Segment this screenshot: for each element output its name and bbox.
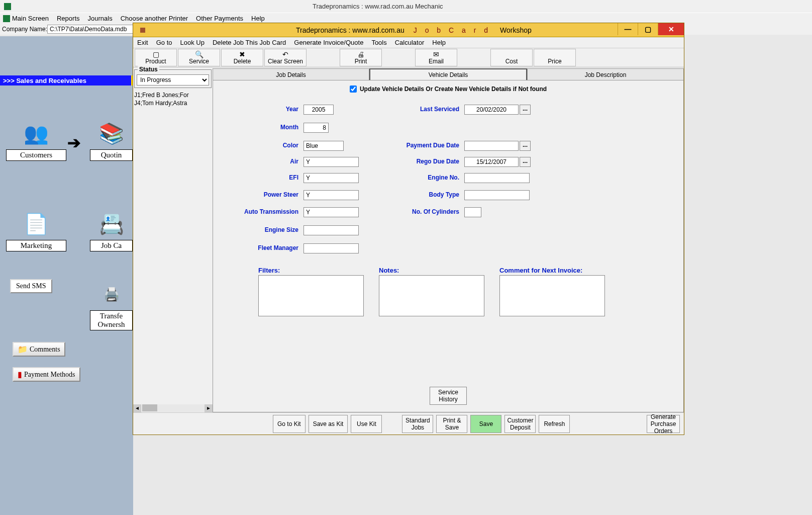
jc-menu-generate[interactable]: Generate Invoice/Quote — [294, 39, 363, 46]
date-picker-regodue[interactable]: ... — [520, 157, 531, 167]
goto-kit-button[interactable]: Go to Kit — [273, 415, 306, 433]
textarea-comment[interactable] — [499, 275, 605, 316]
customer-deposit-button[interactable]: Customer Deposit — [504, 415, 536, 433]
input-engine-size[interactable] — [303, 225, 359, 235]
vehicle-details-panel: Update Vehicle Details Or Create New Veh… — [213, 80, 684, 412]
status-combo[interactable]: In Progress — [137, 74, 209, 85]
jobcard-body: Status In Progress J1;Fred B Jones;For J… — [133, 68, 684, 412]
update-vehicle-checkbox[interactable] — [350, 85, 357, 93]
service-history-button[interactable]: Service History — [430, 387, 467, 405]
tab-job-description[interactable]: Job Description — [527, 68, 684, 80]
minimize-button[interactable]: — — [618, 23, 638, 35]
sidebar-item-quoting[interactable]: 📚 Quotin — [90, 118, 133, 161]
sidebar-background — [0, 36, 133, 515]
label-rego-due: Rego Due Date — [394, 158, 459, 165]
job-list-item[interactable]: J1;Fred B Jones;For — [134, 91, 212, 99]
maximize-button[interactable]: ▢ — [638, 23, 658, 35]
menu-reports[interactable]: Reports — [57, 15, 80, 22]
tb-print[interactable]: 🖨Print — [340, 49, 382, 66]
printer-icon: 🖨️ — [94, 279, 129, 309]
print-save-button[interactable]: Print & Save — [436, 415, 467, 433]
arrow-icon: ➔ — [67, 133, 81, 152]
tb-product[interactable]: ▢Product — [135, 49, 177, 66]
input-fleet-manager[interactable] — [303, 243, 359, 253]
input-last-serviced[interactable] — [464, 105, 519, 115]
label-efi: EFI — [233, 174, 298, 181]
generate-po-button[interactable]: Generate Purchase Orders — [647, 415, 680, 433]
app-icon — [4, 3, 11, 10]
jc-menu-delete-job[interactable]: Delete Job This Job Card — [213, 39, 286, 46]
input-month[interactable] — [303, 123, 329, 133]
tb-delete[interactable]: ✖Delete — [221, 49, 263, 66]
document-icon: 📄 — [19, 209, 54, 239]
save-as-kit-button[interactable]: Save as Kit — [309, 415, 348, 433]
refresh-button[interactable]: Refresh — [539, 415, 570, 433]
input-auto-trans[interactable] — [303, 207, 359, 217]
input-year[interactable] — [303, 105, 334, 115]
menu-other-payments[interactable]: Other Payments — [196, 15, 243, 22]
filters-col: Filters: — [258, 267, 364, 318]
close-button[interactable]: ✕ — [658, 23, 684, 35]
jc-menu-calc[interactable]: Calculator — [395, 39, 425, 46]
scroll-left-arrow[interactable]: ◂ — [133, 404, 141, 412]
input-engine-no[interactable] — [464, 173, 530, 183]
sidebar-item-transfer[interactable]: 🖨️ Transfe Ownersh — [90, 279, 133, 330]
input-rego-due[interactable] — [464, 157, 519, 167]
tab-vehicle-details[interactable]: Vehicle Details — [369, 68, 527, 80]
use-kit-button[interactable]: Use Kit — [351, 415, 382, 433]
jc-menu-help[interactable]: Help — [432, 39, 446, 46]
textarea-filters[interactable] — [258, 275, 364, 316]
input-air[interactable] — [303, 157, 359, 167]
jobcard-window: Tradepronamics : www.rad.com.au J o b C … — [133, 23, 684, 435]
job-list-item[interactable]: J4;Tom Hardy;Astra — [134, 99, 212, 107]
sales-receivables-header: >>> Sales and Receivables — [0, 75, 133, 85]
jobcard-menubar: Exit Go to Look Up Delete Job This Job C… — [133, 37, 684, 48]
tb-cost[interactable]: Cost — [490, 49, 533, 66]
flag-icon: ▮ — [18, 370, 22, 379]
label-comment-next: Comment for Next Invoice: — [499, 267, 605, 274]
label-payment-due: Payment Due Date — [384, 142, 459, 149]
status-label: Status — [138, 66, 159, 73]
menu-main-screen[interactable]: Main Screen — [3, 15, 49, 22]
jc-menu-exit[interactable]: Exit — [137, 39, 148, 46]
payment-methods-button[interactable]: ▮Payment Methods — [13, 367, 80, 382]
input-color[interactable] — [303, 141, 344, 151]
tb-email[interactable]: ✉Email — [415, 49, 457, 66]
horiz-scrollbar[interactable]: ◂ ▸ — [133, 404, 213, 412]
tb-service[interactable]: 🔍Service — [178, 49, 220, 66]
jobcard-app-icon — [140, 28, 145, 33]
textarea-notes[interactable] — [379, 275, 484, 316]
menu-choose-printer[interactable]: Choose another Printer — [121, 15, 188, 22]
date-picker-paydue[interactable]: ... — [520, 141, 531, 151]
tab-job-details[interactable]: Job Details — [213, 68, 369, 80]
comments-button[interactable]: 📁Comments — [13, 342, 65, 357]
jc-menu-tools[interactable]: Tools — [371, 39, 386, 46]
standard-jobs-button[interactable]: Standard Jobs — [402, 415, 433, 433]
sidebar-item-customers[interactable]: 👥 Customers — [6, 118, 66, 161]
jobcard-right-panel: Job Details Vehicle Details Job Descript… — [213, 68, 684, 412]
input-power-steer[interactable] — [303, 190, 359, 200]
status-fieldset: Status In Progress — [134, 69, 212, 88]
calendar-icon: 📇 — [94, 209, 129, 239]
update-vehicle-label: Update Vehicle Details Or Create New Veh… — [360, 85, 547, 93]
scroll-right-arrow[interactable]: ▸ — [205, 404, 213, 412]
bottom-right-group: Generate Purchase Orders — [647, 415, 680, 433]
jc-menu-lookup[interactable]: Look Up — [180, 39, 204, 46]
input-cylinders[interactable] — [464, 207, 481, 217]
input-body-type[interactable] — [464, 190, 530, 200]
sidebar-item-marketing[interactable]: 📄 Marketing — [6, 209, 66, 251]
jc-menu-goto[interactable]: Go to — [156, 39, 172, 46]
menu-journals[interactable]: Journals — [88, 15, 113, 22]
outer-titlebar: Tradepronamics : www.rad.com.au Mechanic — [0, 0, 812, 13]
input-payment-due[interactable] — [464, 141, 519, 151]
input-efi[interactable] — [303, 173, 359, 183]
jobcard-title-module: Workshop — [500, 26, 532, 34]
sidebar-item-jobcards[interactable]: 📇 Job Ca — [90, 209, 133, 251]
jobcard-title-main: J o b C a r d — [414, 26, 491, 34]
menu-help-outer[interactable]: Help — [251, 15, 265, 22]
date-picker-last[interactable]: ... — [520, 105, 531, 115]
save-button[interactable]: Save — [470, 415, 501, 433]
send-sms-button[interactable]: Send SMS — [10, 279, 52, 293]
tb-clear[interactable]: ↶Clear Screen — [264, 49, 307, 66]
tb-price[interactable]: Price — [534, 49, 576, 66]
